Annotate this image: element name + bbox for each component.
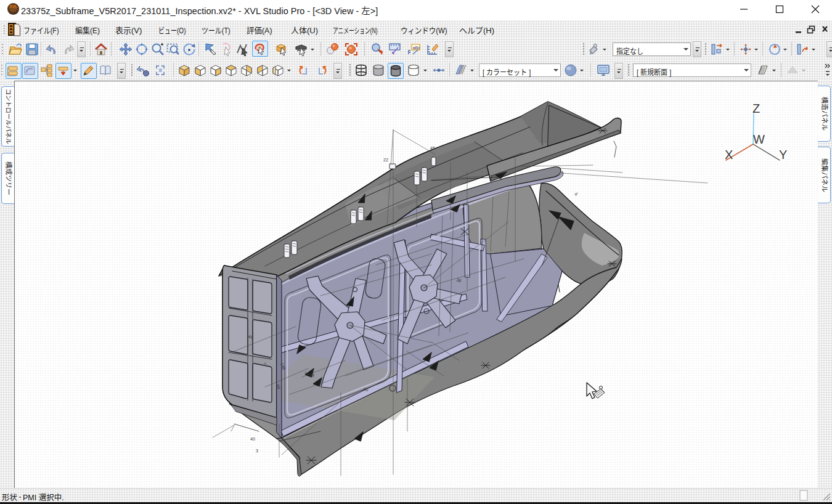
- svg-text:aBc: aBc: [413, 46, 421, 50]
